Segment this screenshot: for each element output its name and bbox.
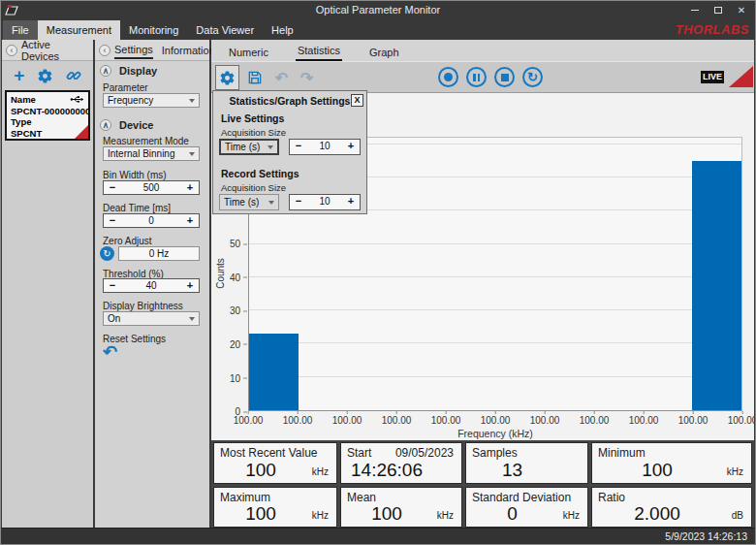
thorlabs-logo: THORLABS: [676, 22, 749, 37]
stat-cell-start: Start 09/05/2023 14:26:06: [340, 442, 462, 484]
zero-adjust-button[interactable]: ↻: [100, 246, 114, 261]
dead-time-decrement-button[interactable]: −: [104, 214, 121, 227]
active-devices-panel: ‹ Active Devices + Name SPCNT-0000000001…: [2, 40, 93, 528]
y-tick-label: 20: [230, 338, 240, 349]
display-section-header[interactable]: ∧ Display: [100, 65, 157, 77]
status-datetime: 5/9/2023 14:26:13: [665, 530, 747, 542]
stat-cell-mean: Mean 100 kHz: [340, 487, 462, 529]
histogram-bar: [249, 334, 299, 410]
x-tick-label: 100.00: [431, 415, 461, 426]
display-brightness-dropdown[interactable]: On: [103, 311, 200, 326]
tab-information[interactable]: Information: [162, 43, 215, 58]
chevron-down-icon: [268, 145, 273, 149]
redo-button[interactable]: ↷: [295, 65, 319, 90]
x-tick-label: 100.00: [728, 415, 756, 426]
collapse-display-icon[interactable]: ∧: [100, 65, 111, 77]
tab-settings[interactable]: Settings: [114, 42, 153, 59]
connect-device-button[interactable]: [66, 68, 81, 83]
view-tab-bar: Numeric Statistics Graph: [211, 40, 754, 61]
tab-statistics[interactable]: Statistics: [296, 42, 342, 61]
dead-time-stepper: −0+: [103, 213, 200, 228]
record-size-value[interactable]: 10: [307, 195, 342, 209]
close-button[interactable]: ✕: [730, 1, 753, 18]
save-icon: [247, 70, 263, 85]
device-card[interactable]: Name SPCNT-0000000001 Type SPCNT: [5, 90, 90, 141]
active-devices-header: ‹ Active Devices: [2, 40, 93, 61]
parameter-dropdown[interactable]: Frequency: [103, 93, 200, 108]
loop-button[interactable]: ↻: [522, 67, 543, 87]
transport-controls: ↻: [438, 67, 543, 87]
tab-numeric[interactable]: Numeric: [227, 44, 270, 61]
collapse-panel-icon[interactable]: ‹: [6, 45, 17, 56]
popup-title: Statistics/Graph Settings: [213, 95, 366, 107]
histogram-bar: [692, 161, 741, 410]
measurement-mode-dropdown[interactable]: Internal Binning: [103, 146, 200, 161]
bin-width-decrement-button[interactable]: −: [104, 181, 121, 194]
x-axis-ticks: 100.00100.00100.00100.00100.00100.00100.…: [248, 413, 742, 425]
chevron-down-icon: [189, 152, 195, 156]
stat-cell-ratio: Ratio 2.000 dB: [591, 487, 752, 529]
live-size-increment-button[interactable]: +: [342, 140, 360, 154]
tab-graph[interactable]: Graph: [367, 44, 401, 61]
loop-icon: ↻: [527, 71, 538, 83]
toolbar: ↶ ↷ ↻ LIVE: [211, 61, 754, 93]
y-tick-label: 30: [230, 305, 240, 316]
record-acquisition-size-label: Acquisition Size: [221, 182, 286, 193]
settings-panel: ‹ Settings Information ∧ Display Paramet…: [95, 40, 209, 528]
save-button[interactable]: [242, 65, 267, 90]
zero-adjust-value[interactable]: 0 Hz: [118, 246, 200, 261]
dead-time-increment-button[interactable]: +: [181, 214, 199, 227]
y-tick-label: 40: [230, 272, 240, 282]
menu-file[interactable]: File: [3, 20, 38, 40]
bin-width-increment-button[interactable]: +: [181, 181, 199, 194]
stat-cell-maximum: Maximum 100 kHz: [213, 487, 337, 529]
pause-button[interactable]: [466, 67, 487, 87]
live-acquisition-unit-dropdown[interactable]: Time (s): [219, 139, 279, 155]
x-tick-label: 100.00: [234, 415, 264, 426]
main-area: Numeric Statistics Graph ↶ ↷ ↻ LIVE: [211, 40, 754, 528]
window-title: Optical Parameter Monitor: [1, 4, 755, 16]
title-bar: Optical Parameter Monitor ✕: [1, 1, 755, 20]
add-device-button[interactable]: +: [14, 66, 24, 85]
popup-close-button[interactable]: X: [351, 94, 363, 107]
menu-measurement[interactable]: Measurement: [38, 20, 120, 40]
x-tick-label: 100.00: [530, 415, 560, 426]
device-settings-button[interactable]: [37, 68, 53, 84]
pause-icon: [473, 74, 480, 81]
menu-monitoring[interactable]: Monitoring: [120, 20, 187, 40]
bin-width-label: Bin Width (ms): [103, 170, 167, 180]
record-size-increment-button[interactable]: +: [342, 195, 360, 209]
stop-button[interactable]: [494, 67, 515, 87]
minimize-button[interactable]: [683, 1, 707, 18]
graph-settings-button[interactable]: [215, 65, 239, 90]
record-acquisition-unit-dropdown[interactable]: Time (s): [219, 194, 279, 210]
record-settings-heading: Record Settings: [221, 168, 299, 179]
device-section-header[interactable]: ∧ Device: [100, 119, 153, 131]
maximize-button[interactable]: [707, 1, 730, 18]
live-size-value[interactable]: 10: [307, 140, 342, 154]
threshold-increment-button[interactable]: +: [181, 279, 199, 292]
x-tick-label: 100.00: [678, 415, 709, 426]
live-size-decrement-button[interactable]: −: [290, 140, 307, 154]
live-badge: LIVE: [701, 71, 724, 83]
status-bar: 5/9/2023 14:26:13: [1, 528, 755, 544]
device-name-value: SPCNT-0000000001: [11, 106, 84, 117]
threshold-decrement-button[interactable]: −: [104, 279, 121, 292]
x-tick-label: 100.00: [332, 415, 362, 426]
menu-data-viewer[interactable]: Data Viewer: [187, 20, 263, 40]
collapse-settings-icon[interactable]: ‹: [99, 45, 110, 56]
measurement-mode-label: Measurement Mode: [103, 136, 189, 146]
chevron-down-icon: [189, 317, 195, 321]
record-size-decrement-button[interactable]: −: [290, 195, 307, 209]
display-brightness-label: Display Brightness: [103, 301, 183, 311]
menu-help[interactable]: Help: [263, 20, 302, 40]
collapse-device-icon[interactable]: ∧: [100, 119, 111, 131]
bin-width-value[interactable]: 500: [121, 181, 181, 194]
record-button[interactable]: [438, 67, 458, 87]
threshold-value[interactable]: 40: [121, 279, 181, 292]
dead-time-value[interactable]: 0: [121, 214, 181, 227]
undo-button[interactable]: ↶: [269, 65, 294, 90]
device-selected-marker: [75, 125, 88, 139]
device-name-label: Name: [11, 94, 36, 106]
reset-settings-button[interactable]: ↶: [103, 343, 117, 361]
